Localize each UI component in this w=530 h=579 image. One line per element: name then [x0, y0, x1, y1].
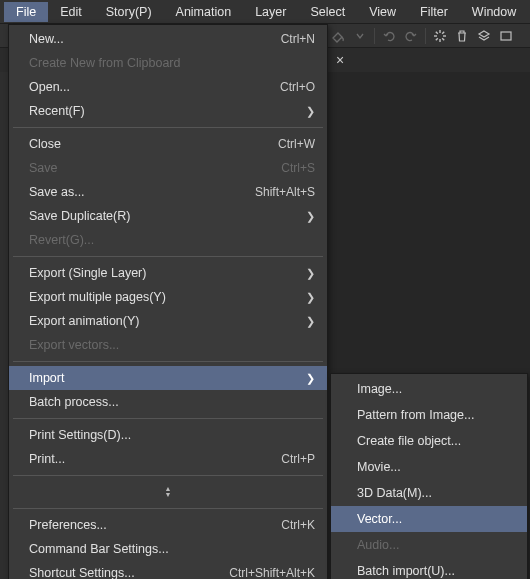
file-menu-dropdown: New...Ctrl+NCreate New from ClipboardOpe…: [8, 24, 328, 579]
menu-item-label: Print Settings(D)...: [29, 428, 315, 442]
menubar-item-view[interactable]: View: [357, 2, 408, 22]
menu-item-label: New...: [29, 32, 281, 46]
menu-separator: [13, 508, 323, 509]
svg-line-5: [442, 38, 444, 40]
paint-bucket-icon[interactable]: [328, 27, 348, 45]
chevron-right-icon: ❯: [305, 105, 315, 118]
menubar-item-story-p-[interactable]: Story(P): [94, 2, 164, 22]
menu-item-label: Recent(F): [29, 104, 305, 118]
menu-item-import[interactable]: Import❯: [9, 366, 327, 390]
menu-item-label: Command Bar Settings...: [29, 542, 315, 556]
submenu-item-label: Pattern from Image...: [357, 408, 515, 422]
menu-item-label: Close: [29, 137, 278, 151]
menubar-item-layer[interactable]: Layer: [243, 2, 298, 22]
menu-separator: [13, 475, 323, 476]
menu-item-shortcut: Ctrl+Shift+Alt+K: [229, 566, 315, 579]
menu-item-shortcut-settings-[interactable]: Shortcut Settings...Ctrl+Shift+Alt+K: [9, 561, 327, 579]
expand-arrows-icon: ▲▼: [165, 486, 172, 498]
submenu-item-create-file-object-[interactable]: Create file object...: [331, 428, 527, 454]
submenu-item-pattern-from-image-[interactable]: Pattern from Image...: [331, 402, 527, 428]
svg-line-4: [436, 31, 438, 33]
menu-item-batch-process-[interactable]: Batch process...: [9, 390, 327, 414]
layers-icon[interactable]: [474, 27, 494, 45]
submenu-item-label: Image...: [357, 382, 515, 396]
chevron-right-icon: ❯: [305, 372, 315, 385]
svg-rect-8: [501, 32, 511, 40]
menu-item-label: Export vectors...: [29, 338, 315, 352]
submenu-item-vector-[interactable]: Vector...: [331, 506, 527, 532]
menu-item-label: Save: [29, 161, 281, 175]
menu-item-shortcut: Ctrl+W: [278, 137, 315, 151]
undo-icon[interactable]: [379, 27, 399, 45]
menu-item-export-single-layer-[interactable]: Export (Single Layer)❯: [9, 261, 327, 285]
menu-item-print-settings-d-[interactable]: Print Settings(D)...: [9, 423, 327, 447]
menu-item-label: Print...: [29, 452, 281, 466]
chevron-right-icon: ❯: [305, 291, 315, 304]
close-icon[interactable]: ×: [328, 50, 352, 70]
menu-item-label: Open...: [29, 80, 280, 94]
menu-separator: [13, 127, 323, 128]
menu-item-preferences-[interactable]: Preferences...Ctrl+K: [9, 513, 327, 537]
menu-item-label: Export multiple pages(Y): [29, 290, 305, 304]
menu-item-shortcut: Ctrl+P: [281, 452, 315, 466]
menu-separator: [13, 418, 323, 419]
menubar-item-window[interactable]: Window: [460, 2, 528, 22]
submenu-item-label: Audio...: [357, 538, 515, 552]
submenu-item-audio-: Audio...: [331, 532, 527, 558]
menu-item-close[interactable]: CloseCtrl+W: [9, 132, 327, 156]
menu-item-label: Save Duplicate(R): [29, 209, 305, 223]
menu-item-command-bar-settings-[interactable]: Command Bar Settings...: [9, 537, 327, 561]
submenu-item-movie-[interactable]: Movie...: [331, 454, 527, 480]
menu-separator: [13, 256, 323, 257]
menu-item-print-[interactable]: Print...Ctrl+P: [9, 447, 327, 471]
menu-item-shortcut: Shift+Alt+S: [255, 185, 315, 199]
menu-item-shortcut: Ctrl+K: [281, 518, 315, 532]
submenu-item-label: Create file object...: [357, 434, 515, 448]
loading-icon[interactable]: [430, 27, 450, 45]
menu-item-label: Export (Single Layer): [29, 266, 305, 280]
menu-item-create-new-from-clipboard: Create New from Clipboard: [9, 51, 327, 75]
submenu-item-label: Vector...: [357, 512, 515, 526]
menu-item-label: Shortcut Settings...: [29, 566, 229, 579]
redo-icon[interactable]: [401, 27, 421, 45]
menu-item-save-duplicate-r-[interactable]: Save Duplicate(R)❯: [9, 204, 327, 228]
menu-item-shortcut: Ctrl+O: [280, 80, 315, 94]
menubar-item-file[interactable]: File: [4, 2, 48, 22]
menu-item-recent-f-[interactable]: Recent(F)❯: [9, 99, 327, 123]
trash-icon[interactable]: [452, 27, 472, 45]
chevron-right-icon: ❯: [305, 210, 315, 223]
menu-item-open-[interactable]: Open...Ctrl+O: [9, 75, 327, 99]
menubar-item-edit[interactable]: Edit: [48, 2, 94, 22]
menu-item-label: Save as...: [29, 185, 255, 199]
submenu-item-image-[interactable]: Image...: [331, 376, 527, 402]
menu-item-save-as-[interactable]: Save as...Shift+Alt+S: [9, 180, 327, 204]
menu-item-label: Revert(G)...: [29, 233, 315, 247]
menubar-item-animation[interactable]: Animation: [164, 2, 244, 22]
submenu-item-3d-data-m-[interactable]: 3D Data(M)...: [331, 480, 527, 506]
menu-item-export-multiple-pages-y-[interactable]: Export multiple pages(Y)❯: [9, 285, 327, 309]
svg-line-7: [442, 31, 444, 33]
submenu-item-label: Movie...: [357, 460, 515, 474]
menubar-item-select[interactable]: Select: [298, 2, 357, 22]
toolbar-separator: [374, 28, 375, 44]
submenu-item-label: Batch import(U)...: [357, 564, 515, 578]
menubar-item-filter[interactable]: Filter: [408, 2, 460, 22]
menu-item-export-animation-y-[interactable]: Export animation(Y)❯: [9, 309, 327, 333]
import-submenu: Image...Pattern from Image...Create file…: [330, 373, 528, 579]
menu-item-export-vectors-: Export vectors...: [9, 333, 327, 357]
dropdown-caret-icon[interactable]: [350, 27, 370, 45]
menu-item-label: Import: [29, 371, 305, 385]
chevron-right-icon: ❯: [305, 315, 315, 328]
submenu-item-label: 3D Data(M)...: [357, 486, 515, 500]
canvas-icon[interactable]: [496, 27, 516, 45]
menu-item-save: SaveCtrl+S: [9, 156, 327, 180]
menubar: FileEditStory(P)AnimationLayerSelectView…: [0, 0, 530, 24]
toolbar-separator: [425, 28, 426, 44]
menu-item-label: Export animation(Y): [29, 314, 305, 328]
menu-item-revert-g-: Revert(G)...: [9, 228, 327, 252]
menu-item-new-[interactable]: New...Ctrl+N: [9, 27, 327, 51]
svg-line-6: [436, 38, 438, 40]
menu-item-label: Create New from Clipboard: [29, 56, 315, 70]
menu-expand-toggle[interactable]: .▲▼: [9, 480, 327, 504]
submenu-item-batch-import-u-[interactable]: Batch import(U)...: [331, 558, 527, 579]
